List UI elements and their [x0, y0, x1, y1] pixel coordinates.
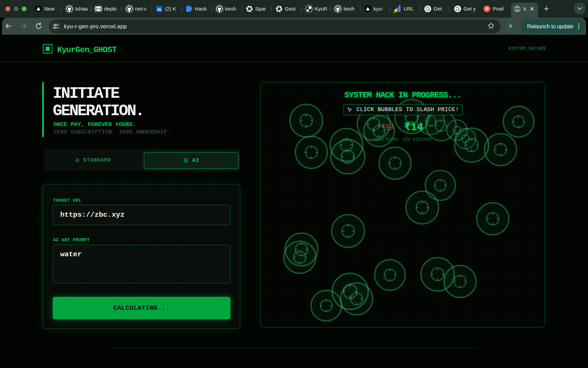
- svg-text:kesh: kesh: [344, 6, 355, 12]
- svg-text:Prod: Prod: [493, 6, 504, 12]
- svg-text:k: k: [524, 6, 526, 12]
- svg-text:Ishaa: Ishaa: [75, 6, 88, 12]
- svg-text:Get y: Get y: [463, 6, 476, 12]
- svg-text:Hack: Hack: [195, 6, 207, 12]
- svg-text:URL: URL: [404, 6, 414, 12]
- svg-text:deplo: deplo: [104, 6, 117, 12]
- svg-text:P: P: [486, 6, 489, 12]
- svg-text:New: New: [44, 6, 54, 12]
- svg-text:Spar: Spar: [255, 6, 266, 12]
- svg-text:kyu-: kyu-: [374, 6, 383, 12]
- svg-text:kesh: kesh: [225, 6, 236, 12]
- svg-text:(2) K: (2) K: [165, 6, 176, 12]
- svg-text:in: in: [158, 7, 161, 12]
- svg-text:KyuR: KyuR: [315, 6, 327, 12]
- svg-text:Gest: Gest: [285, 6, 296, 12]
- svg-text:Get: Get: [434, 6, 442, 12]
- svg-text:not-v: not-v: [135, 6, 147, 12]
